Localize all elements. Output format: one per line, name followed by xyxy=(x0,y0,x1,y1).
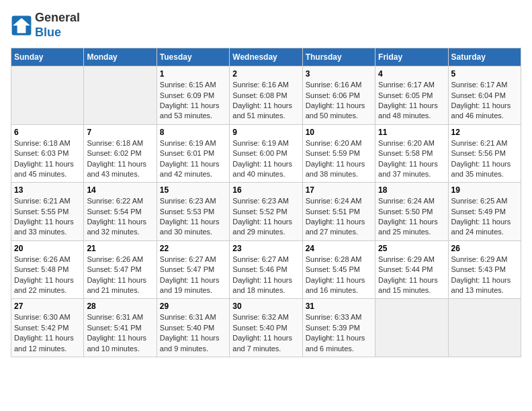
weekday-header: Wednesday xyxy=(230,48,302,66)
calendar-cell: 2 Sunrise: 6:16 AM Sunset: 6:08 PM Dayli… xyxy=(230,66,302,125)
day-number: 1 xyxy=(160,69,226,79)
weekday-header: Friday xyxy=(375,48,448,66)
day-number: 18 xyxy=(378,185,445,195)
day-info: Sunrise: 6:18 AM Sunset: 6:03 PM Dayligh… xyxy=(14,138,81,180)
calendar-cell: 3 Sunrise: 6:16 AM Sunset: 6:06 PM Dayli… xyxy=(302,66,375,125)
day-info: Sunrise: 6:20 AM Sunset: 5:59 PM Dayligh… xyxy=(306,138,372,180)
day-info: Sunrise: 6:21 AM Sunset: 5:55 PM Dayligh… xyxy=(14,196,81,238)
calendar-header-row: SundayMondayTuesdayWednesdayThursdayFrid… xyxy=(11,48,521,66)
day-number: 6 xyxy=(14,128,81,137)
day-number: 28 xyxy=(87,302,153,311)
day-info: Sunrise: 6:33 AM Sunset: 5:39 PM Dayligh… xyxy=(306,312,372,354)
day-number: 26 xyxy=(451,244,518,253)
calendar-cell: 13 Sunrise: 6:21 AM Sunset: 5:55 PM Dayl… xyxy=(11,183,84,241)
calendar-cell: 9 Sunrise: 6:19 AM Sunset: 6:00 PM Dayli… xyxy=(230,124,302,183)
weekday-header: Thursday xyxy=(302,48,375,66)
day-number: 12 xyxy=(451,128,518,137)
weekday-header: Sunday xyxy=(11,48,84,66)
calendar-cell: 4 Sunrise: 6:17 AM Sunset: 6:05 PM Dayli… xyxy=(375,66,448,125)
day-info: Sunrise: 6:25 AM Sunset: 5:49 PM Dayligh… xyxy=(451,196,518,238)
day-info: Sunrise: 6:23 AM Sunset: 5:53 PM Dayligh… xyxy=(160,196,226,238)
day-info: Sunrise: 6:21 AM Sunset: 5:56 PM Dayligh… xyxy=(451,138,518,180)
weekday-header: Saturday xyxy=(448,48,521,66)
day-info: Sunrise: 6:27 AM Sunset: 5:46 PM Dayligh… xyxy=(232,255,299,296)
day-info: Sunrise: 6:19 AM Sunset: 6:01 PM Dayligh… xyxy=(160,138,226,180)
day-info: Sunrise: 6:27 AM Sunset: 5:47 PM Dayligh… xyxy=(160,255,226,296)
calendar-week-row: 20 Sunrise: 6:26 AM Sunset: 5:48 PM Dayl… xyxy=(11,240,521,299)
calendar-cell: 31 Sunrise: 6:33 AM Sunset: 5:39 PM Dayl… xyxy=(302,299,375,357)
calendar-cell: 18 Sunrise: 6:24 AM Sunset: 5:50 PM Dayl… xyxy=(375,183,448,241)
day-number: 3 xyxy=(306,69,372,79)
logo: General Blue xyxy=(11,11,80,40)
day-info: Sunrise: 6:28 AM Sunset: 5:45 PM Dayligh… xyxy=(306,255,372,296)
day-number: 22 xyxy=(160,244,226,253)
calendar-cell: 20 Sunrise: 6:26 AM Sunset: 5:48 PM Dayl… xyxy=(11,240,84,299)
calendar-cell: 12 Sunrise: 6:21 AM Sunset: 5:56 PM Dayl… xyxy=(448,124,521,183)
logo-text: General Blue xyxy=(35,11,80,40)
day-info: Sunrise: 6:17 AM Sunset: 6:05 PM Dayligh… xyxy=(378,80,445,122)
day-info: Sunrise: 6:31 AM Sunset: 5:40 PM Dayligh… xyxy=(160,312,226,354)
day-info: Sunrise: 6:15 AM Sunset: 6:09 PM Dayligh… xyxy=(160,80,226,122)
day-number: 4 xyxy=(378,69,445,79)
calendar-cell: 7 Sunrise: 6:18 AM Sunset: 6:02 PM Dayli… xyxy=(84,124,157,183)
day-info: Sunrise: 6:26 AM Sunset: 5:48 PM Dayligh… xyxy=(14,255,81,296)
day-number: 20 xyxy=(14,244,81,253)
day-info: Sunrise: 6:17 AM Sunset: 6:04 PM Dayligh… xyxy=(451,80,518,122)
calendar-cell: 10 Sunrise: 6:20 AM Sunset: 5:59 PM Dayl… xyxy=(302,124,375,183)
day-number: 13 xyxy=(14,185,81,195)
day-number: 5 xyxy=(451,69,518,79)
day-number: 10 xyxy=(306,128,372,137)
calendar-cell: 25 Sunrise: 6:29 AM Sunset: 5:44 PM Dayl… xyxy=(375,240,448,299)
day-info: Sunrise: 6:19 AM Sunset: 6:00 PM Dayligh… xyxy=(232,138,299,180)
calendar-cell: 5 Sunrise: 6:17 AM Sunset: 6:04 PM Dayli… xyxy=(448,66,521,125)
day-number: 2 xyxy=(232,69,299,79)
day-info: Sunrise: 6:22 AM Sunset: 5:54 PM Dayligh… xyxy=(87,196,153,238)
day-number: 17 xyxy=(306,185,372,195)
day-info: Sunrise: 6:31 AM Sunset: 5:41 PM Dayligh… xyxy=(87,312,153,354)
day-info: Sunrise: 6:30 AM Sunset: 5:42 PM Dayligh… xyxy=(14,312,81,354)
calendar-cell: 8 Sunrise: 6:19 AM Sunset: 6:01 PM Dayli… xyxy=(157,124,229,183)
calendar-cell xyxy=(375,299,448,357)
day-number: 19 xyxy=(451,185,518,195)
day-info: Sunrise: 6:24 AM Sunset: 5:51 PM Dayligh… xyxy=(306,196,372,238)
calendar-cell: 6 Sunrise: 6:18 AM Sunset: 6:03 PM Dayli… xyxy=(11,124,84,183)
day-info: Sunrise: 6:24 AM Sunset: 5:50 PM Dayligh… xyxy=(378,196,445,238)
day-number: 7 xyxy=(87,128,153,137)
day-number: 27 xyxy=(14,302,81,311)
calendar-cell: 14 Sunrise: 6:22 AM Sunset: 5:54 PM Dayl… xyxy=(84,183,157,241)
day-number: 29 xyxy=(160,302,226,311)
day-number: 21 xyxy=(87,244,153,253)
day-info: Sunrise: 6:16 AM Sunset: 6:08 PM Dayligh… xyxy=(232,80,299,122)
calendar-cell: 17 Sunrise: 6:24 AM Sunset: 5:51 PM Dayl… xyxy=(302,183,375,241)
day-number: 24 xyxy=(306,244,372,253)
calendar-cell: 19 Sunrise: 6:25 AM Sunset: 5:49 PM Dayl… xyxy=(448,183,521,241)
calendar-cell: 24 Sunrise: 6:28 AM Sunset: 5:45 PM Dayl… xyxy=(302,240,375,299)
calendar-week-row: 27 Sunrise: 6:30 AM Sunset: 5:42 PM Dayl… xyxy=(11,299,521,357)
calendar-cell xyxy=(448,299,521,357)
calendar-cell: 29 Sunrise: 6:31 AM Sunset: 5:40 PM Dayl… xyxy=(157,299,229,357)
calendar-cell: 21 Sunrise: 6:26 AM Sunset: 5:47 PM Dayl… xyxy=(84,240,157,299)
day-info: Sunrise: 6:16 AM Sunset: 6:06 PM Dayligh… xyxy=(306,80,372,122)
calendar-cell: 27 Sunrise: 6:30 AM Sunset: 5:42 PM Dayl… xyxy=(11,299,84,357)
day-number: 11 xyxy=(378,128,445,137)
calendar-cell: 30 Sunrise: 6:32 AM Sunset: 5:40 PM Dayl… xyxy=(230,299,302,357)
calendar-week-row: 13 Sunrise: 6:21 AM Sunset: 5:55 PM Dayl… xyxy=(11,183,521,241)
calendar-cell xyxy=(84,66,157,125)
weekday-header: Tuesday xyxy=(157,48,229,66)
day-info: Sunrise: 6:32 AM Sunset: 5:40 PM Dayligh… xyxy=(232,312,299,354)
day-info: Sunrise: 6:18 AM Sunset: 6:02 PM Dayligh… xyxy=(87,138,153,180)
day-number: 14 xyxy=(87,185,153,195)
day-number: 8 xyxy=(160,128,226,137)
day-info: Sunrise: 6:29 AM Sunset: 5:44 PM Dayligh… xyxy=(378,255,445,296)
day-number: 23 xyxy=(232,244,299,253)
day-number: 25 xyxy=(378,244,445,253)
calendar-week-row: 1 Sunrise: 6:15 AM Sunset: 6:09 PM Dayli… xyxy=(11,66,521,125)
weekday-header: Monday xyxy=(84,48,157,66)
calendar-cell: 22 Sunrise: 6:27 AM Sunset: 5:47 PM Dayl… xyxy=(157,240,229,299)
calendar-week-row: 6 Sunrise: 6:18 AM Sunset: 6:03 PM Dayli… xyxy=(11,124,521,183)
day-number: 31 xyxy=(306,302,372,311)
page-header: General Blue xyxy=(11,11,521,40)
day-number: 16 xyxy=(232,185,299,195)
day-number: 9 xyxy=(232,128,299,137)
day-number: 30 xyxy=(232,302,299,311)
